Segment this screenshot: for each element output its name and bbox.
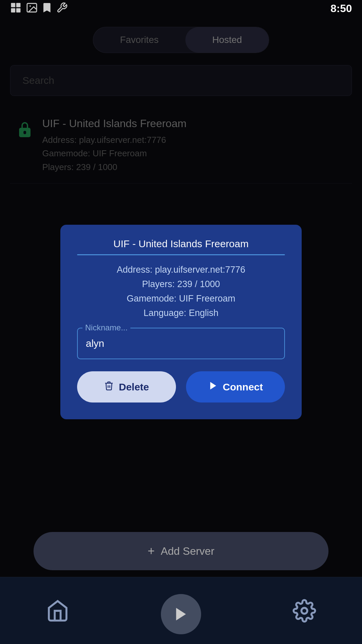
image-icon xyxy=(26,2,38,15)
nav-home[interactable] xyxy=(46,599,69,623)
play-button[interactable] xyxy=(161,594,201,634)
nickname-label: Nickname... xyxy=(82,323,130,332)
wrench-icon xyxy=(56,2,68,15)
bottom-nav xyxy=(0,577,362,644)
delete-label: Delete xyxy=(119,381,149,393)
grid-icon xyxy=(10,2,21,15)
delete-button[interactable]: Delete xyxy=(77,371,176,402)
modal-title: UIF - United Islands Freeroam xyxy=(77,238,285,250)
connect-label: Connect xyxy=(223,381,263,393)
modal-players: Players: 239 / 1000 xyxy=(77,279,285,289)
bookmark-icon xyxy=(42,2,52,15)
modal-language: Language: English xyxy=(77,308,285,318)
svg-rect-2 xyxy=(11,8,15,12)
svg-rect-0 xyxy=(11,3,15,7)
modal-buttons: Delete Connect xyxy=(77,371,285,402)
clock-display: 8:50 xyxy=(330,2,352,15)
modal-address: Address: play.uifserver.net:7776 xyxy=(77,265,285,275)
nav-settings[interactable] xyxy=(293,599,316,623)
svg-rect-3 xyxy=(16,8,20,12)
modal-divider xyxy=(77,254,285,255)
modal-gamemode: Gamemode: UIF Freeroam xyxy=(77,293,285,304)
nav-play[interactable] xyxy=(161,594,201,628)
svg-rect-1 xyxy=(16,3,20,7)
svg-point-10 xyxy=(302,608,308,614)
modal-dialog: UIF - United Islands Freeroam Address: p… xyxy=(60,225,302,419)
play-icon xyxy=(208,381,218,393)
status-bar: 8:50 xyxy=(0,0,362,17)
svg-marker-8 xyxy=(210,382,216,390)
svg-marker-9 xyxy=(176,608,186,621)
nickname-wrapper: Nickname... xyxy=(77,328,285,359)
trash-icon xyxy=(104,381,114,393)
connect-button[interactable]: Connect xyxy=(186,371,285,402)
svg-point-5 xyxy=(29,5,31,7)
status-bar-icons xyxy=(10,2,68,15)
modal-overlay: UIF - United Islands Freeroam Address: p… xyxy=(0,0,362,644)
nickname-input[interactable] xyxy=(77,328,285,359)
